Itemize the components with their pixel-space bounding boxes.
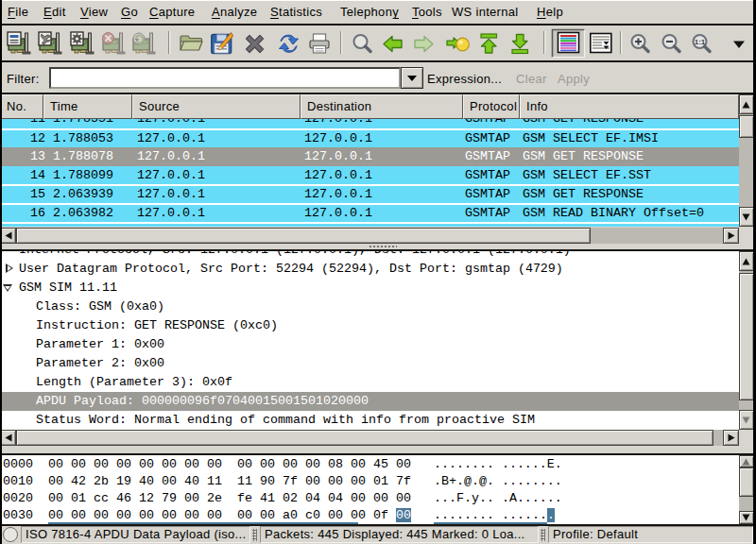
svg-text:1:1: 1:1 <box>695 38 706 46</box>
